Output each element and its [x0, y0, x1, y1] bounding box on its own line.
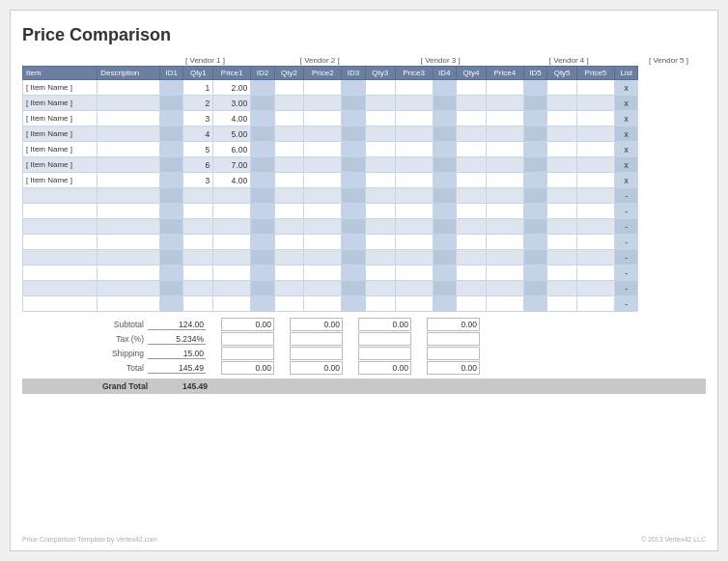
table-row: - — [23, 281, 706, 296]
table-row: - — [23, 188, 706, 204]
col-price3: Price3 — [395, 67, 433, 80]
shipping-row: Shipping 15.00 — [22, 347, 706, 360]
col-price4: Price4 — [486, 67, 523, 80]
col-qty1: Qty1 — [183, 67, 213, 80]
total-v4[interactable]: 0.00 — [358, 361, 411, 375]
table-row: [ Item Name ]67.00x — [23, 157, 706, 173]
vendor4-header: [ Vendor 4 ] — [523, 55, 614, 67]
col-price2: Price2 — [304, 67, 342, 80]
table-row: - — [23, 204, 706, 219]
table-row: [ Item Name ]34.00x — [23, 111, 706, 126]
subtotal-v2[interactable]: 0.00 — [221, 318, 274, 331]
col-desc: Description — [98, 67, 160, 80]
vendor-header-row: [ Vendor 1 ] [ Vendor 2 ] [ Vendor 3 ] [… — [23, 55, 706, 67]
column-header-row: Item Description ID1 Qty1 Price1 ID2 Qty… — [23, 67, 706, 80]
tax-v2[interactable] — [221, 332, 274, 346]
col-price1: Price1 — [213, 67, 251, 80]
total-v1: 145.49 — [148, 363, 206, 374]
col-id3: ID3 — [342, 67, 366, 80]
grand-total-value: 145.49 — [152, 381, 210, 391]
summary-section: Subtotal 124.00 0.00 0.00 0.00 0.00 Tax … — [22, 318, 706, 394]
table-row: - — [23, 235, 706, 250]
tax-row: Tax (%) 5.234% — [22, 332, 706, 346]
vendor3-header: [ Vendor 3 ] — [395, 55, 486, 67]
tax-v5[interactable] — [427, 332, 480, 346]
footer-right: © 2013 Vertex42 LLC — [641, 536, 706, 543]
shipping-v5[interactable] — [427, 347, 480, 360]
grand-total-label: Grand Total — [26, 381, 152, 391]
table-row: [ Item Name ]23.00x — [23, 96, 706, 111]
col-id4: ID4 — [433, 67, 457, 80]
subtotal-v5[interactable]: 0.00 — [427, 318, 480, 331]
total-label: Total — [22, 363, 148, 373]
total-v3[interactable]: 0.00 — [290, 361, 343, 375]
total-v2[interactable]: 0.00 — [221, 361, 274, 375]
col-id2: ID2 — [251, 67, 275, 80]
table-row: - — [23, 266, 706, 281]
total-v5[interactable]: 0.00 — [427, 361, 480, 375]
table-row: - — [23, 296, 706, 312]
col-list: List — [614, 67, 638, 80]
col-qty2: Qty2 — [274, 67, 304, 80]
subtotal-v1: 124.00 — [148, 320, 206, 330]
vendor1-header: [ Vendor 1 ] — [159, 55, 250, 67]
vendor2-header: [ Vendor 2 ] — [274, 55, 365, 67]
subtotal-label: Subtotal — [22, 320, 148, 329]
tax-v4[interactable] — [358, 332, 411, 346]
table-row: [ Item Name ]56.00x — [23, 142, 706, 157]
shipping-v1: 15.00 — [148, 349, 206, 359]
total-row: Total 145.49 0.00 0.00 0.00 0.00 — [22, 361, 706, 375]
footer-left: Price Comparison Template by Vertex42.co… — [22, 536, 157, 543]
shipping-label: Shipping — [22, 349, 148, 358]
col-qty5: Qty5 — [547, 67, 577, 80]
col-qty4: Qty4 — [457, 67, 487, 80]
page-title: Price Comparison — [22, 25, 706, 45]
subtotal-v4[interactable]: 0.00 — [358, 318, 411, 331]
table-row: - — [23, 250, 706, 266]
shipping-v4[interactable] — [358, 347, 411, 360]
tax-v1: 5.234% — [148, 334, 206, 345]
table-row: [ Item Name ]34.00x — [23, 173, 706, 188]
grand-total-bar: Grand Total 145.49 — [22, 379, 706, 394]
table-row: [ Item Name ]45.00x — [23, 126, 706, 142]
col-qty3: Qty3 — [365, 67, 395, 80]
col-price5: Price5 — [577, 67, 615, 80]
table-row: - — [23, 219, 706, 235]
spreadsheet: [ Vendor 1 ] [ Vendor 2 ] [ Vendor 3 ] [… — [22, 55, 706, 312]
price-comparison-table: [ Vendor 1 ] [ Vendor 2 ] [ Vendor 3 ] [… — [22, 55, 706, 312]
col-id5: ID5 — [523, 67, 547, 80]
vendor5-header: [ Vendor 5 ] — [638, 55, 699, 67]
subtotal-v3[interactable]: 0.00 — [290, 318, 343, 331]
tax-label: Tax (%) — [22, 334, 148, 344]
col-item: Item — [23, 67, 98, 80]
col-id1: ID1 — [159, 67, 183, 80]
table-row: [ Item Name ]12.00x — [23, 80, 706, 96]
shipping-v2[interactable] — [221, 347, 274, 360]
subtotal-row: Subtotal 124.00 0.00 0.00 0.00 0.00 — [22, 318, 706, 331]
table-body: [ Item Name ]12.00x[ Item Name ]23.00x[ … — [23, 80, 706, 312]
shipping-v3[interactable] — [290, 347, 343, 360]
tax-v3[interactable] — [290, 332, 343, 346]
page-container: Price Comparison [ Vendor 1 ] [ Vendor 2… — [10, 10, 718, 551]
